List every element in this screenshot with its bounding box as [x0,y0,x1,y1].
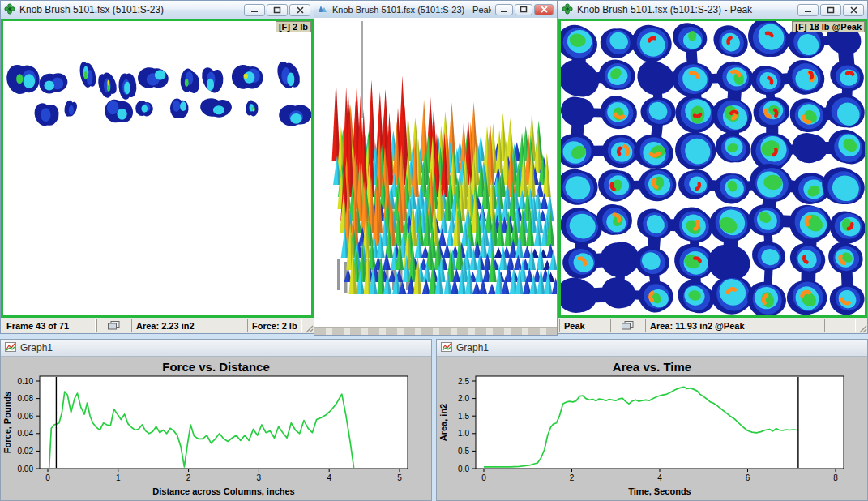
y-tick-label: 0.5 [458,447,469,456]
window-peak3d: Knob Brush 5101.fsx (5101:S-23) - Peak [314,0,558,336]
y-tick-label: 2.0 [458,394,469,403]
window-title: Knob Brush 5101.fsx (5101:S-23) [19,4,240,15]
y-tick-label: 0.00 [18,465,34,473]
y-tick-label: 1.5 [458,412,469,421]
app-icon [562,3,573,17]
force-scale-tag: [F] 18 lb @Peak [792,21,865,32]
y-tick-label: 1.0 [458,429,469,438]
windows-overlap-icon[interactable] [96,319,130,332]
maximize-button[interactable] [267,4,288,16]
surface-plot-icon [318,3,328,15]
minimize-button[interactable] [495,4,513,15]
status-frame: Frame 43 of 71 [2,319,96,332]
window-titlebar[interactable]: Graph1 [1,340,431,357]
app-icon [4,3,15,17]
desktop: Knob Brush 5101.fsx (5101:S-23) [F] 2 lb… [0,0,868,501]
chart-title: Area vs. Time [437,357,867,375]
window-title: Graph1 [20,342,53,353]
y-axis-label: Area, in2 [438,404,448,441]
y-tick-label: 0.04 [18,429,34,438]
window-titlebar[interactable]: Knob Brush 5101.fsx (5101:S-23) [1,1,314,19]
x-tick-label: 4 [657,473,662,482]
x-tick-label: 0 [45,473,50,482]
y-tick-label: 0.10 [18,377,34,386]
maximize-button[interactable] [515,4,532,15]
resize-grip[interactable] [302,318,314,333]
window-title: Knob Brush 5101.fsx (5101:S-23) - Peak [577,4,793,15]
x-tick-label: 1 [116,473,121,482]
x-tick-label: 2 [186,473,191,482]
x-tick-label: 2 [570,473,575,482]
peak-map-canvas[interactable] [561,21,865,315]
minimize-button[interactable] [244,4,265,16]
x-axis-label: Time, Seconds [628,486,691,496]
status-mode: Peak [559,319,609,332]
y-tick-label: 0.0 [458,465,469,473]
x-axis-label: Distance across Columns, inches [152,486,294,496]
window-titlebar[interactable]: Knob Brush 5101.fsx (5101:S-23) - Peak [558,1,867,19]
minimize-button[interactable] [797,4,819,16]
close-button[interactable] [843,4,864,16]
force-scale-tag: [F] 2 lb [276,21,311,32]
x-tick-label: 0 [481,473,486,482]
status-strip-partial [314,327,557,335]
x-tick-label: 5 [397,473,402,482]
peak3d-view [314,18,557,327]
window-title: Knob Brush 5101.fsx (5101:S-23) - Peak [332,5,491,15]
map2d-view: [F] 2 lb [1,19,314,318]
window-graph-force: Graph1 Force vs. Distance 0123450.000.02… [0,339,432,501]
y-tick-label: 0.02 [18,447,34,456]
pressure-map-canvas[interactable] [3,21,311,315]
area-time-chart[interactable]: 024680.00.51.01.52.02.5Time, SecondsArea… [437,375,867,501]
maximize-button[interactable] [820,4,841,16]
peak2d-view: [F] 18 lb @Peak [558,19,867,318]
close-button[interactable] [289,4,310,16]
window-map2d: Knob Brush 5101.fsx (5101:S-23) [F] 2 lb… [0,0,314,334]
graph-icon [441,342,452,354]
y-tick-label: 0.08 [18,394,34,403]
window-graph-area: Graph1 Area vs. Time 024680.00.51.01.52.… [436,339,868,501]
window-title: Graph1 [456,342,489,353]
y-tick-label: 0.06 [18,412,34,421]
status-area: Area: 11.93 in2 @Peak [645,319,823,332]
x-tick-label: 6 [746,473,750,482]
graph-icon [5,342,16,354]
x-tick-label: 3 [257,473,262,482]
status-bar: Frame 43 of 71 Area: 2.23 in2 Force: 2 l… [1,318,314,333]
status-area: Area: 2.23 in2 [131,319,246,332]
y-axis-label: Force, Pounds [2,392,12,453]
chart-title: Force vs. Distance [1,357,431,375]
x-tick-label: 8 [833,473,838,482]
force-distance-chart[interactable]: 0123450.000.020.040.060.080.10Distance a… [1,375,431,501]
status-spare [824,319,856,332]
status-force: Force: 2 lb [247,319,302,332]
close-button[interactable] [534,4,554,15]
window-titlebar[interactable]: Graph1 [437,340,867,357]
status-bar: Peak Area: 11.93 in2 @Peak [558,318,867,333]
window-titlebar[interactable]: Knob Brush 5101.fsx (5101:S-23) - Peak [314,1,557,19]
windows-overlap-icon[interactable] [610,319,644,332]
peak-3d-canvas[interactable] [314,18,557,327]
resize-grip[interactable] [856,318,867,333]
plot-frame [476,376,844,469]
x-tick-label: 4 [327,473,331,482]
window-peak2d: Knob Brush 5101.fsx (5101:S-23) - Peak [… [558,0,868,334]
y-tick-label: 2.5 [458,377,469,386]
